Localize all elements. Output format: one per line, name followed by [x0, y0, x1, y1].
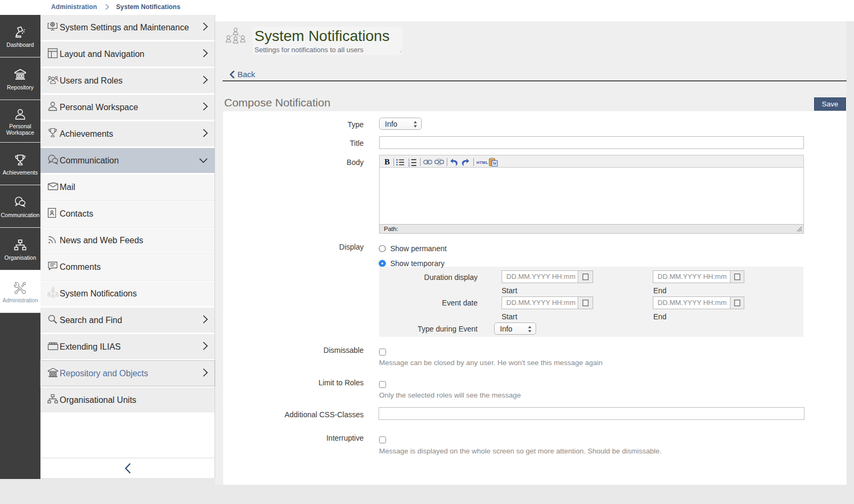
svg-text:W: W: [492, 161, 497, 166]
svg-text:3: 3: [408, 164, 410, 167]
